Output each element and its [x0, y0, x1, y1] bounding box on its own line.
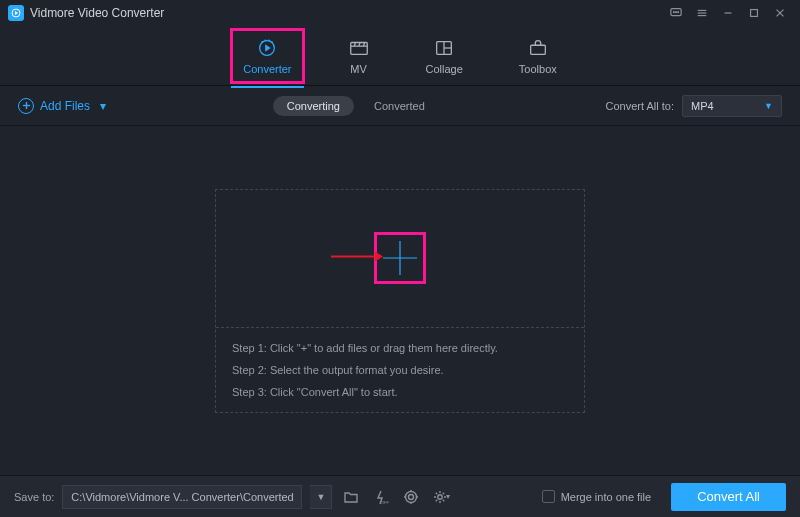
convert-all-to-label: Convert All to:	[606, 100, 674, 112]
minimize-icon[interactable]	[716, 3, 740, 23]
save-path-field[interactable]: C:\Vidmore\Vidmore V... Converter\Conver…	[62, 485, 302, 509]
close-icon[interactable]	[768, 3, 792, 23]
step-text: Step 1: Click "+" to add files or drag t…	[232, 342, 568, 354]
merge-label: Merge into one file	[561, 491, 652, 503]
svg-point-5	[678, 12, 679, 13]
svg-point-3	[673, 12, 674, 13]
svg-line-19	[363, 42, 364, 46]
tab-label: MV	[350, 63, 367, 75]
svg-line-18	[359, 42, 360, 46]
main-tabs: Converter MV Collage Toolbox	[0, 26, 800, 86]
output-format-select[interactable]: MP4 ▼	[682, 95, 782, 117]
svg-rect-10	[751, 10, 758, 17]
tab-label: Converter	[243, 63, 291, 75]
high-speed-icon[interactable]	[400, 486, 422, 508]
menu-icon[interactable]	[690, 3, 714, 23]
open-folder-icon[interactable]	[340, 486, 362, 508]
svg-point-37	[438, 494, 442, 498]
tab-mv[interactable]: MV	[340, 33, 378, 79]
app-logo	[8, 5, 24, 21]
convert-all-to: Convert All to: MP4 ▼	[606, 95, 782, 117]
svg-point-32	[409, 494, 414, 499]
svg-marker-27	[375, 252, 383, 262]
hardware-accel-icon[interactable]: OFF	[370, 486, 392, 508]
save-to-label: Save to:	[14, 491, 54, 503]
tab-label: Collage	[426, 63, 463, 75]
chevron-down-icon: ▼	[764, 101, 773, 111]
svg-marker-1	[15, 11, 18, 15]
step-text: Step 2: Select the output format you des…	[232, 364, 568, 376]
svg-line-17	[354, 42, 355, 46]
merge-checkbox[interactable]: Merge into one file	[542, 490, 652, 503]
maximize-icon[interactable]	[742, 3, 766, 23]
conversion-status-tabs: Converting Converted	[273, 96, 439, 116]
save-path-dropdown[interactable]: ▼	[310, 485, 332, 509]
tab-label: Toolbox	[519, 63, 557, 75]
plus-circle-icon	[18, 98, 34, 114]
feedback-icon[interactable]	[664, 3, 688, 23]
svg-point-31	[406, 491, 417, 502]
add-files-button[interactable]: Add Files ▾	[18, 98, 106, 114]
svg-marker-14	[266, 44, 272, 51]
chevron-down-icon: ▾	[100, 99, 106, 113]
settings-icon[interactable]: ▾	[430, 486, 452, 508]
output-format-value: MP4	[691, 100, 714, 112]
step-text: Step 3: Click "Convert All" to start.	[232, 386, 568, 398]
tab-converting[interactable]: Converting	[273, 96, 354, 116]
convert-all-button[interactable]: Convert All	[671, 483, 786, 511]
tab-converted[interactable]: Converted	[360, 96, 439, 116]
tab-collage[interactable]: Collage	[418, 33, 471, 79]
checkbox-icon	[542, 490, 555, 503]
tab-converter[interactable]: Converter	[235, 33, 299, 79]
main-area: Step 1: Click "+" to add files or drag t…	[0, 126, 800, 475]
highlight-arrow	[331, 251, 383, 266]
add-file-plus-button[interactable]	[377, 235, 423, 281]
footer: Save to: C:\Vidmore\Vidmore V... Convert…	[0, 475, 800, 517]
svg-rect-23	[530, 45, 545, 54]
dropzone-upper	[216, 190, 584, 327]
add-files-label: Add Files	[40, 99, 90, 113]
titlebar: Vidmore Video Converter	[0, 0, 800, 26]
tab-toolbox[interactable]: Toolbox	[511, 33, 565, 79]
app-title: Vidmore Video Converter	[30, 6, 164, 20]
dropzone[interactable]: Step 1: Click "+" to add files or drag t…	[215, 189, 585, 413]
svg-point-4	[676, 12, 677, 13]
svg-text:OFF: OFF	[381, 500, 389, 505]
toolbar: Add Files ▾ Converting Converted Convert…	[0, 86, 800, 126]
dropzone-instructions: Step 1: Click "+" to add files or drag t…	[216, 327, 584, 412]
